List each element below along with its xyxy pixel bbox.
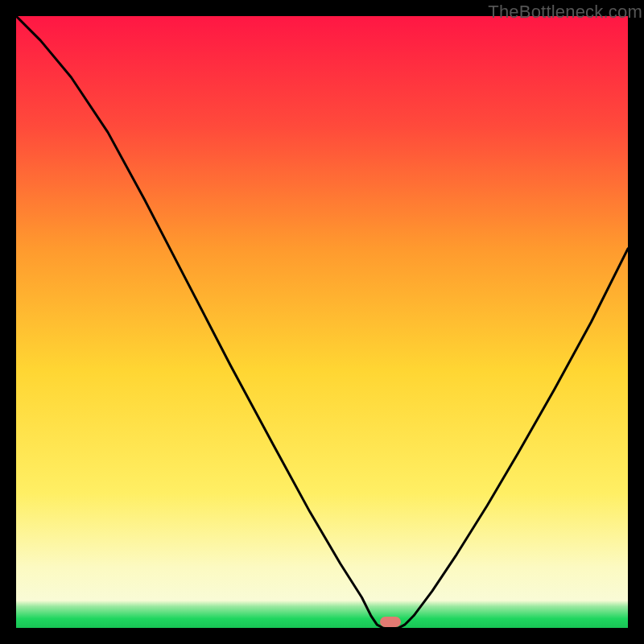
chart-frame: TheBottleneck.com xyxy=(0,0,644,644)
watermark-label: TheBottleneck.com xyxy=(488,2,642,23)
plot-area xyxy=(16,16,628,628)
optimal-zone-marker xyxy=(380,617,401,628)
bottleneck-curve xyxy=(16,16,628,628)
